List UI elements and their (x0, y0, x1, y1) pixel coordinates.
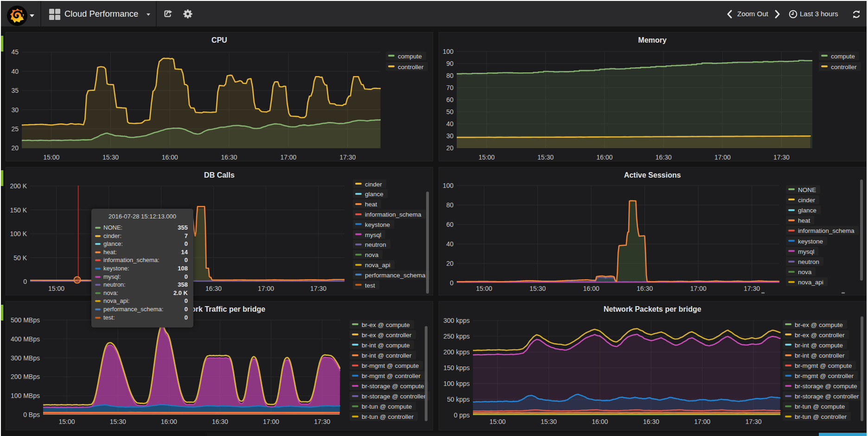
svg-text:17:30: 17:30 (744, 285, 760, 292)
svg-text:80: 80 (446, 201, 453, 209)
svg-text:70: 70 (446, 84, 453, 91)
svg-text:25: 25 (11, 125, 19, 133)
svg-text:20: 20 (446, 144, 453, 152)
svg-text:17:30: 17:30 (339, 154, 356, 161)
svg-text:50: 50 (446, 108, 453, 115)
svg-text:20: 20 (446, 260, 453, 267)
svg-text:0 Bps: 0 Bps (23, 411, 40, 418)
svg-text:16:00: 16:00 (592, 418, 608, 425)
svg-text:17:00: 17:00 (263, 418, 279, 425)
svg-text:17:00: 17:00 (690, 285, 706, 292)
svg-text:17:00: 17:00 (715, 154, 731, 161)
svg-text:100: 100 (443, 48, 454, 55)
svg-text:400 MBps: 400 MBps (11, 335, 40, 343)
svg-text:16:30: 16:30 (221, 154, 237, 161)
svg-text:15:00: 15:00 (476, 285, 492, 292)
svg-text:200 MBps: 200 MBps (11, 373, 40, 380)
svg-text:0: 0 (23, 278, 27, 285)
svg-text:40: 40 (446, 240, 453, 248)
svg-text:16:00: 16:00 (162, 154, 178, 161)
svg-text:250 kpps: 250 kpps (443, 333, 470, 340)
svg-text:17:00: 17:00 (280, 154, 296, 161)
svg-text:15:00: 15:00 (489, 418, 505, 425)
svg-text:15:30: 15:30 (102, 154, 119, 161)
svg-text:60: 60 (446, 221, 453, 228)
svg-text:35: 35 (11, 87, 19, 94)
svg-text:100: 100 (443, 182, 454, 189)
svg-text:17:30: 17:30 (773, 154, 790, 161)
svg-text:150 K: 150 K (10, 206, 27, 214)
svg-text:16:00: 16:00 (596, 154, 613, 161)
svg-text:90: 90 (446, 60, 453, 67)
svg-text:16:30: 16:30 (637, 285, 653, 292)
svg-text:150 kpps: 150 kpps (443, 364, 470, 372)
svg-text:16:30: 16:30 (655, 154, 671, 161)
svg-text:15:30: 15:30 (530, 285, 546, 292)
svg-text:15:30: 15:30 (110, 418, 126, 425)
svg-text:20: 20 (11, 144, 19, 152)
svg-text:15:30: 15:30 (541, 418, 557, 425)
svg-text:15:00: 15:00 (479, 154, 495, 161)
svg-text:100 MBps: 100 MBps (11, 392, 40, 399)
svg-text:60: 60 (446, 96, 453, 103)
svg-text:300 MBps: 300 MBps (11, 354, 40, 362)
svg-text:16:30: 16:30 (643, 418, 659, 425)
svg-text:100 kpps: 100 kpps (443, 380, 470, 387)
svg-text:45: 45 (11, 48, 19, 56)
svg-text:15:30: 15:30 (537, 154, 554, 161)
svg-text:30: 30 (11, 106, 19, 114)
svg-text:17:30: 17:30 (314, 418, 330, 425)
svg-text:30: 30 (446, 132, 453, 140)
svg-text:17:00: 17:00 (694, 418, 710, 425)
svg-text:50 K: 50 K (13, 254, 27, 262)
svg-text:15:00: 15:00 (58, 418, 75, 425)
svg-text:200 kpps: 200 kpps (443, 348, 470, 356)
svg-text:80: 80 (446, 72, 453, 79)
svg-text:100 K: 100 K (10, 230, 27, 237)
svg-text:0: 0 (450, 279, 453, 287)
svg-text:17:30: 17:30 (310, 285, 326, 292)
svg-text:40: 40 (11, 68, 19, 75)
svg-text:16:00: 16:00 (161, 418, 177, 425)
svg-text:200 K: 200 K (10, 182, 27, 190)
svg-text:16:00: 16:00 (583, 285, 599, 292)
svg-text:500 MBps: 500 MBps (11, 316, 40, 324)
svg-text:15:00: 15:00 (48, 285, 64, 292)
svg-text:300 kpps: 300 kpps (443, 317, 470, 324)
svg-text:0 pps: 0 pps (454, 411, 470, 419)
svg-text:50 kpps: 50 kpps (447, 396, 470, 403)
svg-text:17:30: 17:30 (745, 418, 761, 425)
svg-text:17:00: 17:00 (258, 285, 274, 292)
svg-text:16:30: 16:30 (205, 285, 222, 292)
svg-text:40: 40 (446, 120, 453, 128)
svg-text:16:30: 16:30 (212, 418, 228, 425)
svg-text:15:00: 15:00 (43, 154, 59, 161)
